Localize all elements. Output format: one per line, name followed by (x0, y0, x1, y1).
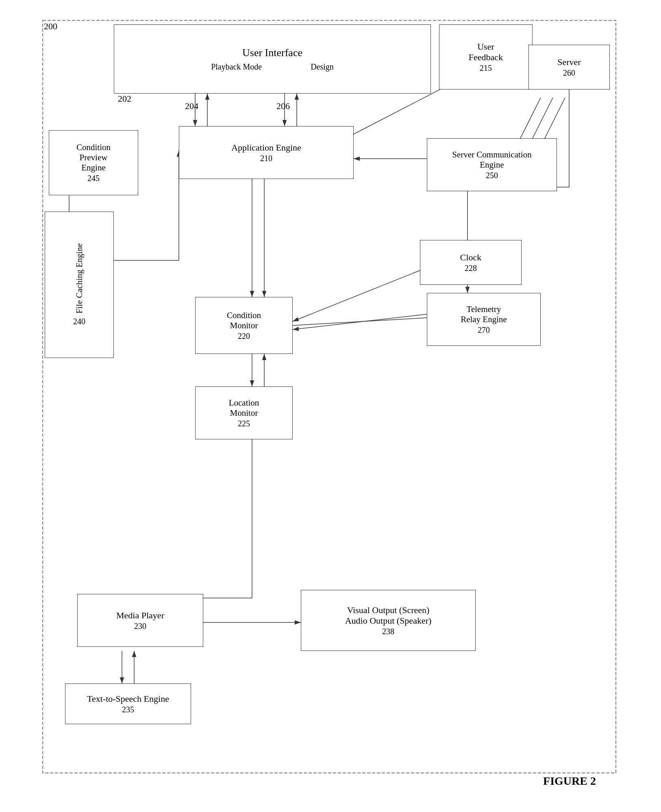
server-num: 260 (563, 68, 575, 78)
condition-monitor-box: Condition Monitor 220 (195, 297, 293, 354)
ref-206: 206 (276, 101, 290, 111)
user-feedback-num: 215 (480, 63, 492, 73)
figure-label: FIGURE 2 (543, 775, 596, 788)
file-caching-box: File Caching Engine 240 (45, 212, 114, 358)
telemetry-box: Telemetry Relay Engine 270 (427, 293, 541, 346)
condition-monitor-num: 220 (238, 332, 250, 341)
server-comm-label: Server Communication Engine (452, 150, 531, 170)
server-comm-box: Server Communication Engine 250 (427, 138, 557, 191)
condition-preview-box: Condition Preview Engine 245 (49, 130, 138, 195)
visual-output-num: 238 (382, 627, 394, 636)
clock-label: Clock (460, 252, 482, 263)
ref-202: 202 (118, 94, 131, 104)
media-player-num: 230 (134, 622, 146, 631)
location-monitor-label: Location Monitor (229, 398, 259, 418)
condition-preview-label: Condition Preview Engine (76, 142, 111, 173)
ref-204: 204 (185, 101, 198, 111)
telemetry-label: Telemetry Relay Engine (461, 304, 507, 325)
location-monitor-num: 225 (238, 419, 250, 428)
media-player-box: Media Player 230 (77, 594, 203, 647)
location-monitor-box: Location Monitor 225 (195, 386, 293, 439)
server-comm-num: 250 (486, 171, 498, 180)
user-interface-box: User Interface Playback Mode Design (114, 24, 431, 94)
playback-mode-label: Playback Mode (211, 62, 262, 72)
diagram: 200 User Interface Playback Mode Design … (0, 0, 661, 812)
svg-line-28 (293, 317, 435, 325)
text-speech-label: Text-to-Speech Engine (87, 694, 169, 704)
condition-monitor-label: Condition Monitor (227, 310, 261, 331)
svg-line-20 (293, 264, 435, 321)
server-box: Server 260 (528, 45, 610, 89)
application-engine-num: 210 (260, 154, 272, 163)
file-caching-num: 240 (73, 317, 85, 326)
user-interface-label: User Interface (242, 47, 302, 59)
visual-output-box: Visual Output (Screen) Audio Output (Spe… (301, 590, 476, 651)
design-label: Design (311, 62, 334, 72)
user-feedback-label: User Feedback (469, 41, 503, 63)
telemetry-num: 270 (478, 325, 490, 335)
clock-box: Clock 228 (420, 240, 522, 285)
svg-line-21 (293, 313, 435, 330)
text-speech-num: 235 (122, 705, 134, 714)
ref-200: 200 (44, 21, 57, 32)
text-speech-box: Text-to-Speech Engine 235 (65, 683, 191, 724)
application-engine-label: Application Engine (231, 142, 301, 153)
clock-num: 228 (465, 264, 477, 273)
file-caching-label: File Caching Engine (74, 243, 85, 314)
visual-output-label: Visual Output (Screen) Audio Output (Spe… (345, 605, 432, 626)
user-feedback-box: User Feedback 215 (439, 24, 533, 89)
application-engine-box: Application Engine 210 (179, 126, 354, 179)
condition-preview-num: 245 (87, 174, 100, 183)
media-player-label: Media Player (116, 610, 164, 621)
server-label: Server (557, 57, 581, 68)
